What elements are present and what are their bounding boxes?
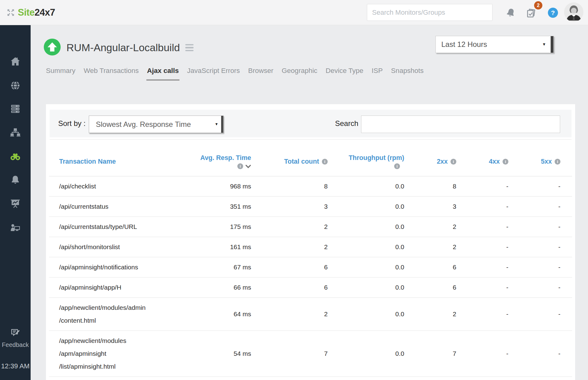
tasks-checklist-icon[interactable] xyxy=(526,7,537,20)
info-icon[interactable]: i xyxy=(322,159,328,165)
info-icon[interactable]: i xyxy=(237,163,243,169)
transaction-name-cell[interactable]: /api/currentstatus xyxy=(49,196,193,217)
transaction-name-cell[interactable]: /app/newclient/modules xyxy=(49,377,193,380)
chevron-down-icon: ▼ xyxy=(542,36,546,53)
avg-resp-time-cell: 54 ms xyxy=(193,331,251,377)
column-4xx[interactable]: 4xxi xyxy=(456,147,508,176)
2xx-cell: 8 xyxy=(404,176,456,196)
tab-browser[interactable]: Browser xyxy=(247,67,274,81)
info-icon[interactable]: i xyxy=(450,159,456,165)
servers-icon[interactable] xyxy=(9,103,21,115)
top-header: Site24x7 2 ? xyxy=(0,0,588,25)
avg-resp-time-cell: 161 ms xyxy=(193,237,251,257)
transaction-name-cell[interactable]: /app/newclient/modules/apm/apminsight/li… xyxy=(49,331,193,377)
4xx-cell: - xyxy=(456,176,508,196)
ajax-calls-table: Transaction Name Avg. Resp. Time i xyxy=(49,147,572,380)
info-icon[interactable]: i xyxy=(394,163,400,169)
sort-desc-icon[interactable] xyxy=(245,165,251,168)
tab-snapshots[interactable]: Snapshots xyxy=(390,67,424,81)
avg-resp-time-cell: 64 ms xyxy=(193,298,251,331)
avg-resp-time-cell xyxy=(193,377,251,380)
column-transaction-name[interactable]: Transaction Name xyxy=(49,147,193,176)
total-count-cell: 7 xyxy=(251,331,328,377)
help-icon[interactable]: ? xyxy=(548,8,558,18)
tab-ajax-calls[interactable]: Ajax calls xyxy=(146,67,179,81)
5xx-cell: - xyxy=(508,257,572,277)
throughput-cell: 0.0 xyxy=(328,298,404,331)
table-search-input[interactable] xyxy=(361,116,560,133)
table-row: /api/short/monitorslist161 ms20.02-- xyxy=(49,237,572,257)
column-throughput[interactable]: Throughput (rpm) i xyxy=(328,147,404,176)
info-icon[interactable]: i xyxy=(503,159,508,165)
notification-badge[interactable]: 2 xyxy=(534,1,542,10)
2xx-cell: 7 xyxy=(404,331,456,377)
feedback-button[interactable]: Feedback xyxy=(0,341,31,348)
5xx-cell: - xyxy=(508,331,572,377)
5xx-cell: - xyxy=(508,298,572,331)
4xx-cell: - xyxy=(456,196,508,217)
2xx-cell: 3 xyxy=(404,196,456,217)
sort-by-label: Sort by : xyxy=(58,110,85,137)
total-count-cell: 2 xyxy=(251,298,328,331)
global-search-input[interactable] xyxy=(367,4,492,21)
feedback-icon[interactable] xyxy=(10,327,22,339)
transaction-name-cell[interactable]: /api/checklist xyxy=(49,176,193,196)
throughput-cell: 0.0 xyxy=(328,196,404,217)
user-avatar[interactable] xyxy=(564,2,583,22)
5xx-cell: - xyxy=(508,196,572,217)
tab-geographic[interactable]: Geographic xyxy=(281,67,318,81)
presentation-chart-icon[interactable] xyxy=(9,198,21,210)
bell-icon[interactable] xyxy=(9,174,21,186)
transaction-name-cell[interactable]: /api/currentstatus/type/URL xyxy=(49,217,193,237)
throughput-cell: 0.0 xyxy=(328,257,404,277)
avg-resp-time-cell: 175 ms xyxy=(193,217,251,237)
tab-web-transactions[interactable]: Web Transactions xyxy=(83,67,139,81)
monitor-menu-icon[interactable] xyxy=(185,44,194,51)
avg-resp-time-cell: 67 ms xyxy=(193,257,251,277)
column-5xx[interactable]: 5xxi xyxy=(508,147,572,176)
transaction-name-cell[interactable]: /api/short/monitorslist xyxy=(49,237,193,257)
column-2xx[interactable]: 2xxi xyxy=(404,147,456,176)
globe-icon[interactable] xyxy=(9,80,21,91)
tab-summary[interactable]: Summary xyxy=(45,67,76,81)
avg-resp-time-cell: 351 ms xyxy=(193,196,251,217)
2xx-cell: 2 xyxy=(404,217,456,237)
5xx-cell: - xyxy=(508,237,572,257)
logo-site: Site xyxy=(18,7,35,18)
throughput-cell: 0.0 xyxy=(328,237,404,257)
page-title: RUM-Angular-Localbuild xyxy=(66,42,180,54)
user-workstation-icon[interactable] xyxy=(9,222,21,234)
total-count-cell: 2 xyxy=(251,217,328,237)
5xx-cell: - xyxy=(508,217,572,237)
expand-arrows-icon[interactable] xyxy=(6,8,15,18)
transaction-name-cell[interactable]: /app/newclient/modules/admin/content.htm… xyxy=(49,298,193,331)
tab-javascript-errors[interactable]: JavaScript Errors xyxy=(187,67,241,81)
total-count-cell: 6 xyxy=(251,257,328,277)
sort-by-select[interactable]: Slowest Avg. Response Time ▼ xyxy=(89,116,224,133)
transaction-name-cell[interactable]: /api/apminsight/notifications xyxy=(49,257,193,277)
5xx-cell: - xyxy=(508,176,572,196)
total-count-cell: 3 xyxy=(251,196,328,217)
alarm-bell-icon[interactable] xyxy=(505,7,516,20)
ajax-table-body: /api/checklist968 ms80.08--/api/currents… xyxy=(49,176,572,380)
column-avg-resp-time[interactable]: Avg. Resp. Time i xyxy=(193,147,251,176)
info-icon[interactable]: i xyxy=(555,159,560,165)
throughput-cell xyxy=(328,377,404,380)
network-icon[interactable] xyxy=(9,127,21,139)
table-row: /api/currentstatus351 ms30.03-- xyxy=(49,196,572,217)
time-range-select[interactable]: Last 12 Hours ▼ xyxy=(435,36,554,53)
binoculars-icon[interactable] xyxy=(9,151,21,162)
transaction-name-cell[interactable]: /api/apminsight/app/H xyxy=(49,277,193,298)
main-content: RUM-Angular-Localbuild Last 12 Hours ▼ S… xyxy=(31,25,588,380)
4xx-cell: - xyxy=(456,277,508,298)
4xx-cell: - xyxy=(456,217,508,237)
column-total-count[interactable]: Total counti xyxy=(251,147,328,176)
monitor-header: RUM-Angular-Localbuild xyxy=(44,39,194,57)
home-icon[interactable] xyxy=(9,56,21,67)
app-logo: Site24x7 xyxy=(18,0,55,25)
total-count-cell: 8 xyxy=(251,176,328,196)
tab-isp[interactable]: ISP xyxy=(371,67,383,81)
tab-device-type[interactable]: Device Type xyxy=(325,67,364,81)
status-up-icon xyxy=(44,39,61,57)
logo-24x7: 24x7 xyxy=(35,7,55,18)
